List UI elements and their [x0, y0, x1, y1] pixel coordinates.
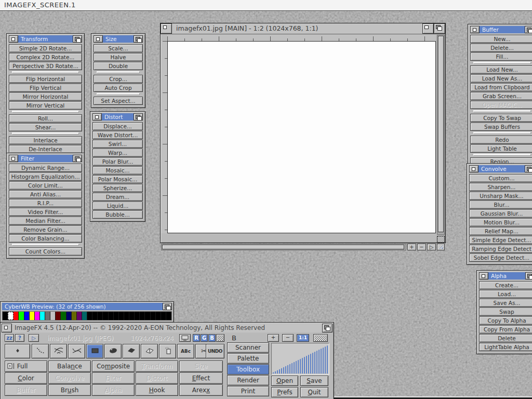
distort-item[interactable]: Mosaic...	[92, 166, 143, 175]
color-swatch[interactable]	[135, 312, 140, 320]
sleep-button[interactable]: zz	[5, 334, 14, 342]
color-swatch[interactable]	[40, 312, 45, 320]
transform-item[interactable]: Mirror Horizontal	[9, 92, 82, 101]
close-icon[interactable]	[2, 324, 12, 332]
horizontal-scroll-thumb[interactable]	[162, 245, 404, 249]
zoom-in-button[interactable]: +	[268, 334, 279, 342]
full-button[interactable]: Full	[5, 361, 47, 372]
convolve-item[interactable]: Motion Blur...	[469, 218, 532, 227]
filter-item[interactable]: Dynamic Range...	[9, 164, 82, 172]
save-button[interactable]: Save	[300, 376, 328, 386]
line-arc-tool[interactable]	[50, 344, 67, 358]
close-icon[interactable]	[161, 23, 172, 34]
zoom-out-button[interactable]: −	[282, 334, 294, 342]
color-swatch[interactable]	[92, 312, 98, 320]
filter-item[interactable]: Anti Alias...	[9, 190, 82, 198]
convolve-item[interactable]: Ramping Edge Detect	[469, 245, 532, 253]
size-item[interactable]: Scale...	[94, 44, 143, 52]
distort-item[interactable]: Wave Distort...	[92, 131, 143, 139]
distort-item[interactable]: Spherize...	[92, 184, 143, 192]
palette-title-bar[interactable]: CyberWB Preview: (32 of 256 shown)	[2, 303, 172, 310]
color-swatch[interactable]	[98, 312, 103, 320]
buffer-item[interactable]: Delete...	[470, 44, 532, 52]
color-swatch[interactable]	[109, 312, 114, 320]
buffer-item[interactable]: Copy To Swap	[470, 114, 532, 122]
transform-item[interactable]: Simple 2D Rotate...	[9, 44, 82, 52]
blue-channel-button[interactable]: B	[208, 334, 216, 342]
image-canvas[interactable]	[167, 41, 436, 233]
image-title-bar[interactable]: imagefx01.jpg [MAIN] - 1:2 (1024x768, 1:…	[161, 23, 445, 34]
airbrush-tool[interactable]	[32, 344, 49, 358]
zoom-1to1-button[interactable]: 1:1	[297, 334, 309, 342]
alpha-title-bar[interactable]: Alpha	[479, 272, 532, 280]
filter-item[interactable]: Remove Grain...	[9, 225, 82, 234]
filled-ellipse-tool[interactable]	[104, 344, 122, 358]
zoom-gadget-icon[interactable]	[422, 23, 434, 34]
alpha-item[interactable]: LightTable Alpha	[479, 343, 532, 351]
dither-swatch-icon[interactable]	[216, 334, 224, 342]
depth-icon[interactable]	[434, 23, 445, 34]
curve-tool[interactable]	[68, 344, 85, 358]
effect-button[interactable]: Effect	[179, 373, 223, 384]
color-swatch[interactable]	[140, 312, 145, 320]
color-swatch[interactable]	[35, 312, 40, 320]
depth-icon[interactable]	[73, 35, 82, 43]
filter-item[interactable]: Median Filter...	[9, 217, 82, 225]
mode-print-button[interactable]: Print	[227, 386, 269, 396]
run-arrow-button[interactable]: ▷	[29, 334, 39, 342]
pattern-button[interactable]	[313, 334, 328, 342]
distort-item[interactable]: Displace...	[92, 122, 143, 130]
transform-item[interactable]: Interlace	[9, 136, 82, 144]
filter-item[interactable]: R.I.P...	[9, 199, 82, 207]
transform-item[interactable]: Perspective 3D Rotate...	[9, 62, 82, 70]
alpha-item[interactable]: Delete	[479, 334, 532, 342]
convolve-item[interactable]: Sobel Edge Detect...	[469, 254, 532, 262]
paste-brush-tool[interactable]	[159, 344, 176, 358]
close-icon[interactable]	[469, 165, 478, 172]
color-swatch[interactable]	[145, 312, 150, 320]
vertical-scroll-thumb[interactable]	[438, 36, 444, 232]
color-swatch[interactable]	[161, 312, 166, 320]
mode-toolbox-button[interactable]: Toolbox	[227, 364, 269, 375]
depth-icon[interactable]	[73, 155, 82, 162]
color-swatch[interactable]	[151, 312, 156, 320]
size-title-bar[interactable]: Size	[94, 35, 143, 43]
main-title-bar[interactable]: ImageFX 4.5 (12-Apr-20) -- © 1992-2020 A…	[2, 324, 332, 332]
filter-item[interactable]: Color Balancing...	[9, 234, 82, 243]
transform-title-bar[interactable]: Transform	[9, 35, 82, 43]
transform-item[interactable]: Flip Horizontal	[9, 75, 82, 83]
convolve-item[interactable]: Blur...	[469, 201, 532, 209]
distort-item[interactable]: Bubble...	[92, 210, 143, 219]
zoom-in-button[interactable]: +	[407, 244, 416, 250]
buffer-title-bar[interactable]: Buffer	[470, 26, 532, 33]
brush-button[interactable]: Brush	[48, 384, 91, 396]
color-swatch[interactable]	[24, 312, 30, 320]
red-channel-button[interactable]: R	[193, 334, 200, 342]
alpha-item[interactable]: Create...	[479, 281, 532, 289]
color-swatch[interactable]	[156, 312, 161, 320]
convolve-item[interactable]: Simple Edge Detect...	[469, 236, 532, 244]
vertical-scrollbar[interactable]	[437, 35, 445, 235]
filter-item[interactable]: Video Filter...	[9, 208, 82, 216]
color-swatch[interactable]	[56, 312, 61, 320]
convolve-item[interactable]: Relief Map...	[469, 227, 532, 235]
resize-gadget-icon[interactable]	[437, 236, 445, 243]
distort-item[interactable]: Liquid...	[92, 202, 143, 210]
depth-icon[interactable]	[134, 113, 143, 121]
color-swatch[interactable]	[124, 312, 129, 320]
balance-button[interactable]: Balance	[48, 361, 91, 372]
point-tool[interactable]	[5, 344, 30, 358]
transform-item[interactable]: Shear...	[9, 123, 82, 131]
color-swatch[interactable]	[50, 312, 56, 320]
filled-polygon-tool[interactable]	[123, 344, 140, 358]
buffer-item[interactable]: Load New...	[470, 65, 532, 74]
buffer-item[interactable]: Grab Screen...	[470, 92, 532, 100]
text-tool[interactable]: ABc	[177, 344, 194, 358]
color-swatch[interactable]	[114, 312, 119, 320]
size-item[interactable]: Double	[94, 62, 143, 70]
convolve-item[interactable]: Gaussian Blur...	[469, 209, 532, 218]
horizontal-scrollbar[interactable]	[161, 244, 406, 250]
color-swatch[interactable]	[19, 312, 24, 320]
color-swatch[interactable]	[3, 312, 8, 320]
buffer-item[interactable]: Swap Buffers	[470, 123, 532, 131]
